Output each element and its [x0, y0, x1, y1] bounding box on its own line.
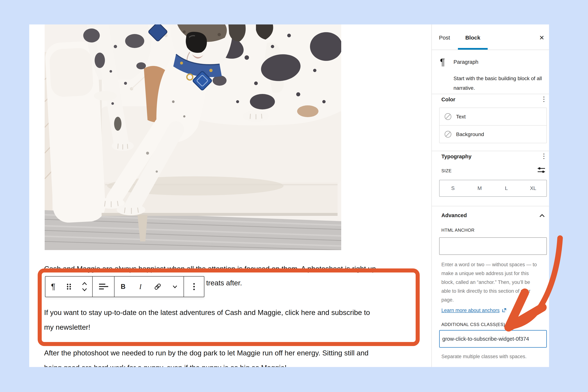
paragraph-icon: ¶: [51, 282, 55, 291]
size-option-s[interactable]: S: [440, 185, 466, 191]
color-row-text[interactable]: Text: [440, 108, 547, 126]
color-row-label: Background: [456, 131, 484, 137]
section-divider: [432, 151, 549, 151]
collapse-advanced-button[interactable]: [538, 213, 546, 219]
size-option-l[interactable]: L: [493, 185, 520, 191]
active-tab-underline: [458, 48, 488, 50]
color-row-background[interactable]: Background: [440, 126, 547, 143]
css-classes-label: ADDITIONAL CSS CLASS(ES): [441, 322, 505, 327]
kebab-icon: [193, 282, 195, 291]
drag-handle-icon: [65, 282, 73, 291]
size-option-xl[interactable]: XL: [520, 185, 547, 191]
color-section-title: Color: [441, 96, 455, 102]
move-up-down-icon: [80, 281, 89, 292]
anchor-help-text: Enter a word or two — without spaces — t…: [441, 260, 552, 304]
link-icon: [153, 282, 162, 291]
tab-post[interactable]: Post: [439, 34, 450, 41]
italic-icon: I: [139, 282, 142, 291]
block-toolbar: ¶: [45, 276, 204, 297]
tab-block[interactable]: Block: [458, 34, 488, 41]
advanced-section-title[interactable]: Advanced: [441, 212, 467, 218]
color-options-button[interactable]: ⋮: [541, 96, 547, 102]
sliders-icon: [537, 166, 546, 174]
link-button[interactable]: [149, 276, 166, 297]
settings-sidebar: Post Block ✕ ¶ Paragraph Start with the …: [431, 24, 549, 367]
block-mover[interactable]: [77, 276, 92, 297]
no-color-icon: [444, 112, 452, 120]
screenshot-root: Cash and Maggie are always happiest when…: [0, 0, 588, 392]
external-link-icon: [502, 308, 507, 312]
learn-more-anchors-link[interactable]: Learn more about anchors: [441, 308, 500, 313]
css-classes-input[interactable]: [439, 330, 547, 348]
size-settings-button[interactable]: [537, 166, 546, 175]
sidebar-header: Post Block ✕: [432, 24, 549, 50]
html-anchor-label: HTML ANCHOR: [441, 228, 474, 233]
more-formats-button[interactable]: [166, 276, 184, 297]
no-color-icon: [444, 130, 452, 138]
typography-section-title: Typography: [441, 154, 472, 160]
chevron-up-icon: [538, 213, 546, 218]
size-label: SIZE: [441, 168, 452, 174]
align-left-icon: [98, 282, 109, 291]
paragraph-icon: ¶: [440, 57, 445, 67]
post-image-block[interactable]: [45, 24, 341, 250]
anchor-link-row: Learn more about anchors: [441, 308, 507, 313]
paragraph-1-fragment: treats after.: [206, 279, 242, 287]
bold-button[interactable]: B: [114, 276, 132, 297]
block-options-button[interactable]: [184, 276, 204, 297]
typography-options-button[interactable]: ⋮: [541, 153, 547, 160]
section-divider: [432, 94, 549, 94]
block-card-description: Start with the basic building block of a…: [454, 74, 544, 93]
drag-handle[interactable]: [61, 276, 77, 297]
html-anchor-input[interactable]: [439, 237, 547, 255]
font-size-segmented-control: S M L XL: [439, 180, 547, 197]
section-divider: [432, 206, 549, 206]
bold-icon: B: [121, 283, 125, 290]
size-option-m[interactable]: M: [466, 185, 493, 191]
color-panel: Text Background: [439, 108, 547, 143]
block-type-button[interactable]: ¶: [45, 276, 61, 297]
paragraph-block-1[interactable]: Cash and Maggie are always happiest when…: [44, 265, 376, 273]
editor-canvas: Cash and Maggie are always happiest when…: [29, 24, 431, 367]
chevron-down-icon: [171, 282, 179, 291]
block-card-title: Paragraph: [454, 59, 478, 65]
dogs-on-couch-photo: [45, 24, 341, 250]
paragraph-block-3[interactable]: After the photoshoot we needed to run by…: [44, 346, 410, 367]
close-sidebar-button[interactable]: ✕: [539, 34, 545, 41]
color-row-label: Text: [456, 114, 466, 120]
css-help-text: Separate multiple classes with spaces.: [441, 352, 527, 361]
paragraph-block-selected[interactable]: If you want to stay up-to-date on the la…: [44, 305, 410, 335]
align-button[interactable]: [93, 276, 114, 297]
italic-button[interactable]: I: [132, 276, 149, 297]
